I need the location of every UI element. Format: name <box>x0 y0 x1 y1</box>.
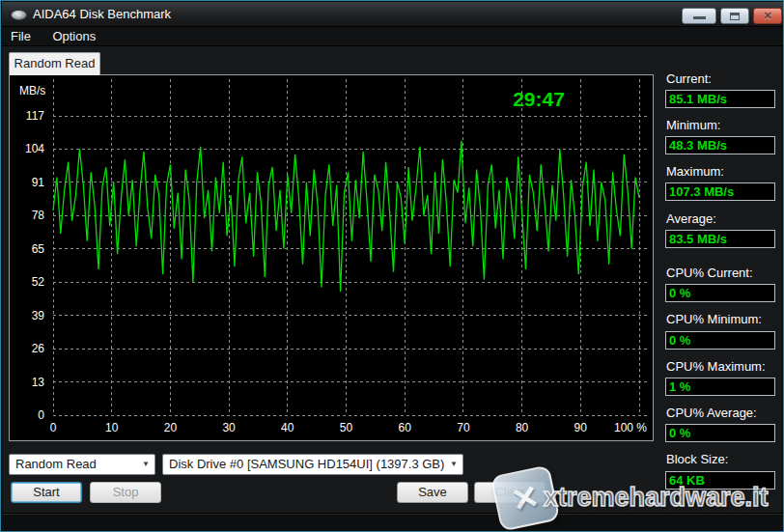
stop-button[interactable]: Stop <box>90 482 161 503</box>
svg-text:50: 50 <box>340 421 353 434</box>
svg-text:10: 10 <box>105 421 119 434</box>
svg-text:117: 117 <box>26 109 44 123</box>
stat-label-average: Average: <box>666 211 780 226</box>
svg-text:MB/s: MB/s <box>19 84 45 98</box>
menu-bar: File Options <box>2 27 784 46</box>
title-bar: AIDA64 Disk Benchmark ✕ <box>2 2 784 27</box>
stat-value-cpu-current: 0 % <box>665 284 775 302</box>
save-button[interactable]: Save <box>397 482 468 503</box>
svg-text:20: 20 <box>164 421 178 434</box>
svg-text:29:47: 29:47 <box>513 88 565 110</box>
stat-label-cpu-maximum: CPU% Maximum: <box>666 359 780 374</box>
minimize-button[interactable] <box>682 8 716 24</box>
stat-label-cpu-average: CPU% Average: <box>666 406 780 420</box>
app-window: AIDA64 Disk Benchmark ✕ File Options Ran… <box>0 0 784 532</box>
svg-text:70: 70 <box>457 421 470 434</box>
svg-text:40: 40 <box>281 421 294 434</box>
status-bar <box>2 513 784 532</box>
benchmark-type-select[interactable]: Random Read ▼ <box>9 454 155 475</box>
benchmark-chart: 0102030405060708090100 %1171049178655239… <box>9 74 654 441</box>
svg-text:80: 80 <box>516 421 529 434</box>
svg-text:104: 104 <box>25 142 44 155</box>
start-button[interactable]: Start <box>11 482 82 503</box>
stat-value-cpu-maximum: 1 % <box>665 378 775 396</box>
stat-value-average: 83.5 MB/s <box>665 230 775 248</box>
benchmark-type-value: Random Read <box>15 457 97 471</box>
svg-text:52: 52 <box>32 275 45 289</box>
stat-label-block-size: Block Size: <box>666 452 780 466</box>
stat-value-current: 85.1 MB/s <box>665 90 775 108</box>
drive-select-value: Disk Drive #0 [SAMSUNG HD154UI] (1397.3 … <box>169 457 444 471</box>
svg-text:60: 60 <box>399 421 412 434</box>
svg-text:78: 78 <box>32 209 45 222</box>
window-title: AIDA64 Disk Benchmark <box>33 2 171 27</box>
stat-value-block-size: 64 KB <box>665 471 775 490</box>
stat-value-maximum: 107.3 MB/s <box>665 182 775 201</box>
stat-label-current: Current: <box>666 71 780 86</box>
maximize-icon <box>730 13 740 20</box>
drive-select[interactable]: Disk Drive #0 [SAMSUNG HD154UI] (1397.3 … <box>162 454 463 475</box>
stat-label-cpu-minimum: CPU% Minimum: <box>666 312 780 326</box>
svg-text:13: 13 <box>32 376 45 389</box>
tab-random-read[interactable]: Random Read <box>9 52 100 75</box>
maximize-button[interactable] <box>720 8 749 24</box>
stat-label-maximum: Maximum: <box>666 164 780 179</box>
stat-value-cpu-average: 0 % <box>665 424 775 442</box>
svg-text:30: 30 <box>222 421 236 434</box>
chevron-down-icon: ▼ <box>142 455 150 474</box>
stat-label-minimum: Minimum: <box>666 118 780 132</box>
stat-label-cpu-current: CPU% Current: <box>666 266 780 280</box>
svg-text:39: 39 <box>32 309 45 322</box>
svg-text:90: 90 <box>574 421 588 434</box>
svg-text:65: 65 <box>32 242 45 256</box>
close-icon: ✕ <box>754 9 781 23</box>
menu-item-options[interactable]: Options <box>43 27 104 46</box>
stat-value-cpu-minimum: 0 % <box>665 331 775 350</box>
menu-item-file[interactable]: File <box>2 27 40 46</box>
close-button[interactable]: ✕ <box>753 8 782 24</box>
svg-text:26: 26 <box>32 342 45 355</box>
chevron-down-icon: ▼ <box>450 455 458 474</box>
chart-canvas: 0102030405060708090100 %1171049178655239… <box>10 75 653 440</box>
disk-app-icon <box>11 10 27 20</box>
stat-value-minimum: 48.3 MB/s <box>665 136 775 154</box>
svg-text:0: 0 <box>50 421 57 434</box>
minimize-icon <box>693 16 706 19</box>
svg-text:0: 0 <box>38 408 44 422</box>
clear-button[interactable]: Clear <box>474 482 546 503</box>
svg-text:91: 91 <box>32 176 45 189</box>
svg-text:100 %: 100 % <box>614 421 647 434</box>
